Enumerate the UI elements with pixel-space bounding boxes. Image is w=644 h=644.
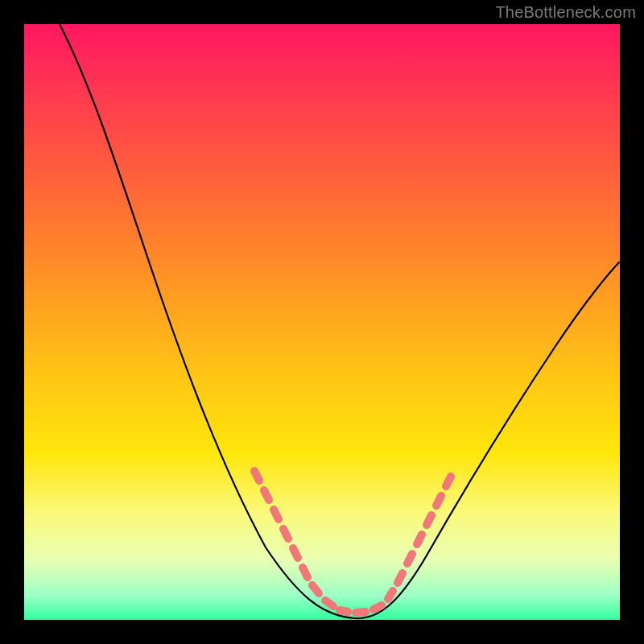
- highlight-dots-right: [388, 477, 451, 599]
- chart-plot-area: [24, 24, 620, 620]
- svg-line-14: [417, 535, 422, 544]
- bottleneck-curve-path: [60, 24, 620, 618]
- svg-line-1: [264, 490, 269, 500]
- svg-line-9: [356, 612, 365, 613]
- app-frame: TheBottleneck.com: [0, 0, 644, 644]
- svg-line-10: [374, 605, 382, 609]
- svg-line-11: [388, 591, 393, 599]
- watermark-text: TheBottleneck.com: [495, 3, 636, 22]
- svg-line-2: [274, 510, 279, 519]
- svg-line-0: [254, 471, 259, 481]
- svg-line-4: [293, 548, 298, 558]
- highlight-dots-left: [254, 471, 333, 606]
- svg-line-5: [303, 568, 308, 577]
- svg-line-13: [407, 554, 412, 564]
- highlight-dots-bottom: [340, 605, 382, 613]
- svg-line-17: [446, 477, 451, 486]
- svg-line-8: [340, 610, 348, 612]
- svg-line-16: [436, 496, 441, 506]
- svg-line-7: [325, 601, 333, 606]
- svg-line-12: [398, 573, 402, 583]
- bottleneck-curve-svg: [24, 24, 620, 620]
- svg-line-15: [427, 515, 431, 525]
- svg-line-6: [312, 585, 319, 593]
- svg-line-3: [283, 529, 288, 539]
